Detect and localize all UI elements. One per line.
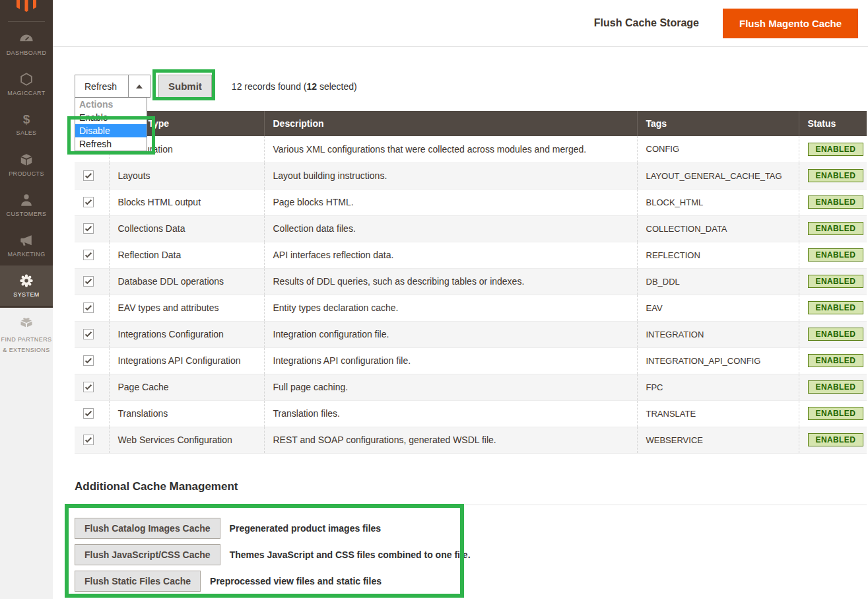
sidebar-divider bbox=[8, 21, 45, 22]
status-cell: ENABLED bbox=[799, 189, 867, 215]
status-cell: ENABLED bbox=[799, 295, 867, 321]
header-tags: Tags bbox=[637, 111, 799, 136]
tags-cell: BLOCK_HTML bbox=[637, 189, 799, 215]
checkmark-icon bbox=[84, 330, 93, 339]
description-cell: Page blocks HTML. bbox=[264, 189, 637, 215]
tags-cell: LAYOUT_GENERAL_CACHE_TAG bbox=[637, 162, 799, 189]
customers-icon bbox=[19, 193, 34, 207]
description-cell: Entity types declaration cache. bbox=[264, 295, 637, 321]
products-icon bbox=[19, 153, 34, 167]
row-checkbox[interactable] bbox=[83, 223, 94, 234]
sidebar-item-label: PRODUCTS bbox=[9, 170, 44, 178]
description-cell: Results of DDL queries, such as describi… bbox=[264, 268, 637, 295]
mass-action-select[interactable]: Refresh bbox=[75, 75, 150, 98]
sidebar-nav: DASHBOARD MAGICCART $ SALES bbox=[0, 24, 53, 306]
mass-action-selected-value: Refresh bbox=[75, 75, 128, 97]
magento-logo[interactable] bbox=[0, 0, 53, 15]
status-badge: ENABLED bbox=[808, 143, 864, 156]
table-row: Database DDL operations Results of DDL q… bbox=[75, 268, 867, 295]
additional-cache-title: Additional Cache Management bbox=[75, 480, 238, 493]
row-checkbox[interactable] bbox=[83, 435, 94, 445]
status-cell: ENABLED bbox=[799, 400, 867, 427]
additional-cache-buttons: Flush Catalog Images Cache Pregenerated … bbox=[75, 518, 471, 597]
tags-cell: TRANSLATE bbox=[637, 400, 799, 427]
grid-toolbar: Refresh Submit 12 records found (12 sele… bbox=[75, 75, 357, 98]
flush-cache-button[interactable]: Flush JavaScript/CSS Cache bbox=[75, 544, 220, 565]
row-checkbox[interactable] bbox=[83, 302, 94, 313]
dropdown-option-refresh[interactable]: Refresh bbox=[75, 137, 147, 151]
records-count: 12 records found (12 selected) bbox=[232, 81, 357, 92]
row-checkbox[interactable] bbox=[83, 197, 94, 207]
cache-type-cell: Collections Data bbox=[109, 215, 264, 242]
row-checkbox[interactable] bbox=[83, 382, 94, 392]
dropdown-group-label: Actions bbox=[75, 98, 147, 111]
checkmark-icon bbox=[84, 224, 93, 233]
checkbox-cell bbox=[75, 347, 109, 374]
sales-icon: $ bbox=[23, 113, 30, 126]
cache-type-cell: Blocks HTML output bbox=[109, 189, 264, 215]
flush-magento-cache-button[interactable]: Flush Magento Cache bbox=[723, 9, 858, 38]
select-arrow-button[interactable] bbox=[128, 75, 150, 97]
submit-button[interactable]: Submit bbox=[158, 75, 212, 98]
sidebar-item-find-partners[interactable]: FIND PARTNERS & EXTENSIONS bbox=[0, 314, 53, 354]
flush-cache-button[interactable]: Flush Catalog Images Cache bbox=[75, 518, 220, 539]
row-checkbox[interactable] bbox=[83, 408, 94, 419]
flush-cache-storage-button[interactable]: Flush Cache Storage bbox=[590, 17, 703, 30]
cache-type-cell: Reflection Data bbox=[109, 242, 264, 268]
cache-type-cell: EAV types and attributes bbox=[109, 295, 264, 321]
checkmark-icon bbox=[84, 197, 93, 207]
cache-table-body: Configuration Various XML configurations… bbox=[75, 136, 867, 453]
description-cell: API interfaces reflection data. bbox=[264, 242, 637, 268]
description-cell: Full page caching. bbox=[264, 374, 637, 400]
sidebar-item-label: SYSTEM bbox=[13, 291, 39, 299]
status-badge: ENABLED bbox=[808, 354, 864, 367]
marketing-icon bbox=[19, 233, 34, 248]
sidebar-item-dashboard[interactable]: DASHBOARD bbox=[0, 24, 53, 64]
records-count-part2: selected) bbox=[317, 81, 357, 92]
status-cell: ENABLED bbox=[799, 427, 867, 453]
status-badge: ENABLED bbox=[808, 433, 864, 446]
table-row: Web Services Configuration REST and SOAP… bbox=[75, 427, 867, 453]
find-partners-label-line1: FIND PARTNERS bbox=[1, 336, 52, 343]
magento-logo-icon bbox=[17, 0, 36, 13]
tags-cell: CONFIG bbox=[637, 136, 799, 162]
tags-cell: INTEGRATION_API_CONFIG bbox=[637, 347, 799, 374]
page-actions-bar: Flush Cache Storage Flush Magento Cache bbox=[53, 0, 868, 47]
description-cell: Layout building instructions. bbox=[264, 162, 637, 189]
sidebar-item-label: CUSTOMERS bbox=[7, 211, 47, 218]
table-row: Page Cache Full page caching. FPC ENABLE… bbox=[75, 374, 867, 400]
table-row: Configuration Various XML configurations… bbox=[75, 136, 867, 162]
sidebar-item-magiccart[interactable]: MAGICCART bbox=[0, 64, 53, 104]
flush-cache-description: Themes JavaScript and CSS files combined… bbox=[230, 549, 471, 560]
sidebar-item-sales[interactable]: $ SALES bbox=[0, 104, 53, 145]
row-checkbox[interactable] bbox=[83, 276, 94, 287]
row-checkbox[interactable] bbox=[83, 170, 94, 181]
checkbox-cell bbox=[75, 189, 109, 215]
sidebar-item-system[interactable]: SYSTEM bbox=[0, 265, 53, 306]
sidebar-item-label: DASHBOARD bbox=[7, 50, 47, 57]
row-checkbox[interactable] bbox=[83, 355, 94, 366]
status-cell: ENABLED bbox=[799, 162, 867, 189]
flush-button-row: Flush Static Files Cache Preprocessed vi… bbox=[75, 571, 471, 592]
row-checkbox[interactable] bbox=[83, 329, 94, 339]
sidebar-item-marketing[interactable]: MARKETING bbox=[0, 225, 53, 265]
dropdown-option-disable[interactable]: Disable bbox=[75, 124, 147, 137]
flush-cache-button[interactable]: Flush Static Files Cache bbox=[75, 571, 201, 592]
row-checkbox[interactable] bbox=[83, 250, 94, 260]
tags-cell: WEBSERVICE bbox=[637, 427, 799, 453]
main-content: Flush Cache Storage Flush Magento Cache … bbox=[53, 0, 868, 599]
sidebar-item-products[interactable]: PRODUCTS bbox=[0, 145, 53, 185]
sidebar-item-customers[interactable]: CUSTOMERS bbox=[0, 185, 53, 225]
checkbox-cell bbox=[75, 427, 109, 453]
cache-management-page: DASHBOARD MAGICCART $ SALES bbox=[0, 0, 868, 599]
checkmark-icon bbox=[84, 435, 93, 444]
checkmark-icon bbox=[84, 303, 93, 312]
table-row: Integrations Configuration Integration c… bbox=[75, 321, 867, 347]
cache-type-cell: Integrations API Configuration bbox=[109, 347, 264, 374]
checkbox-cell bbox=[75, 321, 109, 347]
dropdown-option-enable[interactable]: Enable bbox=[75, 111, 147, 124]
records-count-part1: 12 records found ( bbox=[232, 81, 307, 92]
status-cell: ENABLED bbox=[799, 242, 867, 268]
header-description: Description bbox=[264, 111, 637, 136]
tags-cell: EAV bbox=[637, 295, 799, 321]
